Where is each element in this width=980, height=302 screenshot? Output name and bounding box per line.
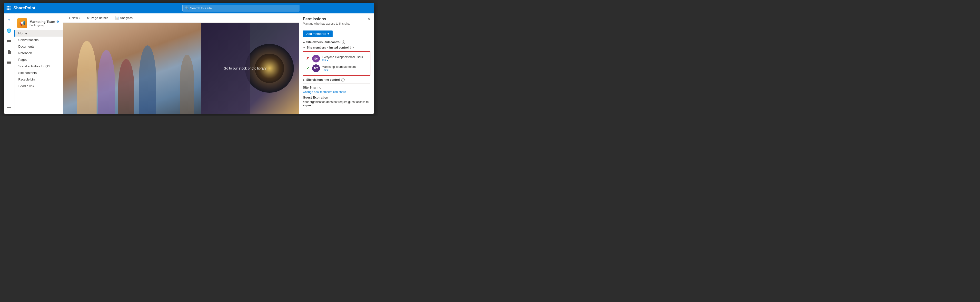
- owners-chevron-icon: ▶: [303, 41, 305, 44]
- members-section: ✗ Ee Everyone except external users Edit…: [303, 51, 371, 76]
- panel-subtitle: Manage who has access to this site.: [303, 22, 350, 25]
- nav-item-home[interactable]: Home: [14, 30, 63, 37]
- svg-rect-3: [6, 8, 8, 8]
- nav-item-recycle-bin[interactable]: Recycle bin: [14, 76, 63, 83]
- analytics-button[interactable]: 📊 Analytics: [114, 15, 134, 21]
- member-row-mt: ✓ MT Marketing Team Members Edit ▾: [305, 64, 368, 73]
- member-row-everyone: ✗ Ee Everyone except external users Edit…: [305, 54, 368, 64]
- visitors-info-icon[interactable]: i: [341, 78, 345, 81]
- hero-left: [63, 23, 201, 114]
- svg-rect-0: [6, 6, 8, 7]
- members-chevron-icon: ▼: [303, 46, 305, 49]
- search-placeholder: Search this site: [190, 6, 212, 10]
- site-header: 📢 Marketing Team ⚙ Public group: [14, 15, 63, 30]
- permissions-panel: Permissions Manage who has access to thi…: [299, 13, 374, 114]
- members-label: Site members - limited control: [307, 46, 349, 49]
- topbar: SharePoint 🔍 Search this site: [4, 3, 374, 13]
- plus-icon: +: [18, 84, 19, 88]
- svg-rect-6: [6, 9, 8, 10]
- site-info: Marketing Team ⚙ Public group: [30, 20, 59, 27]
- panel-close-button[interactable]: ✕: [368, 17, 371, 21]
- site-sharing-title: Site Sharing: [303, 86, 371, 89]
- nav-item-pages[interactable]: Pages: [14, 56, 63, 63]
- site-logo: 📢: [18, 18, 27, 28]
- guest-expiration-text: Your organization does not require guest…: [303, 100, 371, 107]
- members-info-icon[interactable]: i: [350, 46, 353, 49]
- svg-rect-7: [8, 9, 9, 10]
- svg-rect-8: [10, 9, 11, 10]
- owners-label: Site owners - full control: [306, 40, 340, 44]
- site-subtitle: Public group: [30, 24, 59, 27]
- guest-expiration-title: Guest Expiration: [303, 95, 371, 99]
- change-sharing-link[interactable]: Change how members can share: [303, 90, 371, 94]
- hero-area: Go to our stock photo library: [63, 23, 299, 114]
- visitors-label: Site visitors - no control: [306, 78, 340, 81]
- content-area: + New ▾ ⚙ Page details 📊 Analytics: [63, 13, 299, 114]
- remove-member-icon[interactable]: ✗: [305, 56, 310, 61]
- settings-gear-icon[interactable]: ⚙: [56, 20, 59, 24]
- member-role-everyone[interactable]: Edit ▾: [322, 59, 368, 62]
- panel-title: Permissions: [303, 17, 350, 21]
- page-details-button[interactable]: ⚙ Page details: [85, 15, 110, 21]
- waffle-menu[interactable]: [6, 6, 11, 10]
- confirm-member-icon[interactable]: ✓: [305, 66, 310, 71]
- hero-right: Go to our stock photo library: [201, 23, 299, 114]
- nav-home-icon[interactable]: ⌂: [5, 15, 13, 24]
- member-info-mt: Marketing Team Members Edit ▾: [322, 65, 368, 72]
- visitors-chevron-icon: ▶: [303, 79, 305, 81]
- member-avatar-mt: MT: [312, 64, 320, 72]
- nav-list-icon[interactable]: [5, 58, 13, 67]
- plus-icon: +: [68, 16, 70, 20]
- caret-icon: ▾: [79, 17, 80, 19]
- panel-body: Add members ▾ ▶ Site owners - full contr…: [299, 28, 374, 110]
- role-caret-icon-mt: ▾: [327, 68, 328, 72]
- page-details-icon: ⚙: [87, 16, 90, 20]
- new-button[interactable]: + New ▾: [67, 15, 81, 21]
- role-caret-icon: ▾: [327, 59, 328, 62]
- add-members-caret-icon: ▾: [328, 32, 329, 36]
- nav-item-documents[interactable]: Documents: [14, 43, 63, 50]
- svg-rect-4: [8, 8, 9, 8]
- member-name-everyone: Everyone except external users: [322, 56, 368, 59]
- svg-rect-10: [7, 62, 11, 63]
- owners-info-icon[interactable]: i: [342, 40, 345, 44]
- command-bar: + New ▾ ⚙ Page details 📊 Analytics: [63, 13, 299, 23]
- svg-rect-9: [7, 61, 11, 62]
- analytics-icon: 📊: [115, 16, 119, 20]
- svg-rect-1: [8, 6, 9, 7]
- main-layout: ⌂ 🌐 📢 Marketing Team ⚙: [4, 13, 374, 114]
- panel-header-info: Permissions Manage who has access to thi…: [303, 17, 350, 25]
- nav-globe-icon[interactable]: 🌐: [5, 26, 13, 35]
- site-name: Marketing Team ⚙: [30, 20, 59, 24]
- nav-item-notebook[interactable]: Notebook: [14, 50, 63, 56]
- brand-name: SharePoint: [13, 6, 35, 11]
- nav-add-icon[interactable]: [5, 103, 13, 112]
- divider-1: [303, 83, 371, 84]
- nav-add-item[interactable]: + Add a link: [14, 83, 63, 89]
- search-icon: 🔍: [185, 6, 189, 10]
- nav-item-conversations[interactable]: Conversations: [14, 37, 63, 43]
- left-nav: 📢 Marketing Team ⚙ Public group Home Con…: [14, 13, 63, 114]
- nav-item-social[interactable]: Social activities for Q3: [14, 63, 63, 70]
- site-members-section-header[interactable]: ▼ Site members - limited control i: [303, 46, 371, 49]
- site-visitors-section-header[interactable]: ▶ Site visitors - no control i: [303, 78, 371, 81]
- svg-rect-11: [7, 64, 11, 64]
- add-members-button[interactable]: Add members ▾: [303, 30, 332, 37]
- nav-chat-icon[interactable]: [5, 37, 13, 46]
- panel-header: Permissions Manage who has access to thi…: [299, 13, 374, 28]
- svg-rect-2: [10, 6, 11, 7]
- member-role-mt[interactable]: Edit ▾: [322, 68, 368, 72]
- member-info-everyone: Everyone except external users Edit ▾: [322, 56, 368, 62]
- site-owners-section-header[interactable]: ▶ Site owners - full control i: [303, 40, 371, 44]
- svg-rect-5: [10, 8, 11, 8]
- nav-document-icon[interactable]: [5, 48, 13, 56]
- icon-rail: ⌂ 🌐: [4, 13, 14, 114]
- hero-right-text[interactable]: Go to our stock photo library: [220, 62, 270, 74]
- member-name-mt: Marketing Team Members: [322, 65, 368, 68]
- search-bar[interactable]: 🔍 Search this site: [182, 5, 299, 11]
- member-avatar-ee: Ee: [312, 55, 320, 62]
- nav-item-site-contents[interactable]: Site contents: [14, 70, 63, 76]
